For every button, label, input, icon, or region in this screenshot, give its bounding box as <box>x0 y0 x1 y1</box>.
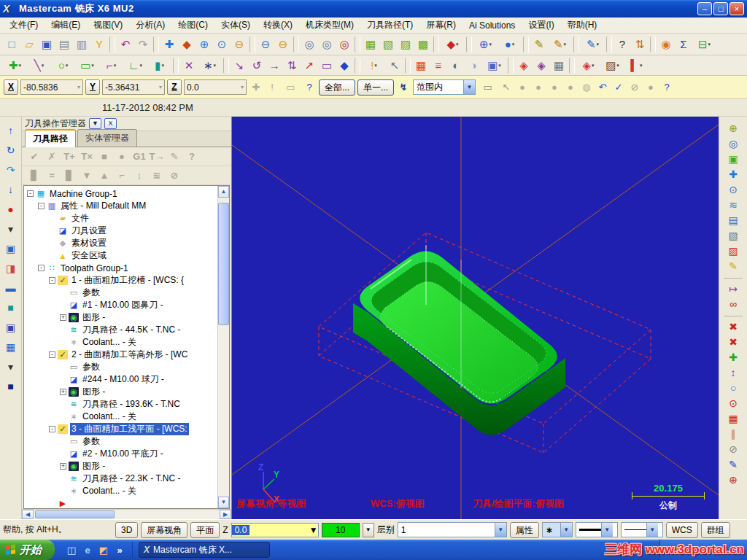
paste-view-icon[interactable]: ◈▾ <box>515 57 533 74</box>
gview-isometric-icon[interactable]: ⊕ <box>724 121 743 136</box>
z-coordinate-field[interactable]: 0.0▾ <box>184 79 247 95</box>
backplot-icon[interactable]: ■ <box>96 149 112 164</box>
tree-row[interactable]: + ◉ 图形 - <box>24 311 217 324</box>
x-coordinate-field[interactable]: -80.5836▾ <box>20 79 83 95</box>
ops-help-icon[interactable]: ? <box>184 149 200 164</box>
tree-row[interactable]: ▲ 安全区域 <box>24 249 217 262</box>
pause-icon[interactable]: ∥ <box>724 427 743 441</box>
menu-item[interactable]: 绘图(C) <box>171 18 214 33</box>
mru-box-blue-icon[interactable]: ▣ <box>3 319 19 335</box>
tree-row[interactable]: ∗ Coolant... - 关 <box>24 411 217 423</box>
point-style-combo[interactable]: ∗ ▼ <box>542 522 573 537</box>
start-button[interactable]: 开始 <box>0 540 55 560</box>
scroll-insert-icon[interactable]: ↕ <box>131 168 147 183</box>
delete-entity-icon[interactable]: ✖ <box>724 319 743 334</box>
menu-item[interactable]: 帮助(H) <box>561 18 604 33</box>
tree-expander[interactable]: - <box>38 265 44 271</box>
create-polyline-icon[interactable]: ∟▾ <box>123 57 147 74</box>
plane-button[interactable]: 平面 <box>190 522 220 538</box>
combo-arrow-icon[interactable]: ▼ <box>309 525 318 535</box>
menu-item[interactable]: 设置(I) <box>522 18 560 33</box>
pencil-blue-icon[interactable]: ✎ <box>724 457 743 472</box>
mru-redo-icon[interactable]: ↻ <box>3 142 19 158</box>
redo-icon[interactable]: ↷▾ <box>134 36 152 53</box>
verify-icon[interactable]: ● <box>114 149 130 164</box>
move-down-icon[interactable]: ▼ <box>79 168 95 183</box>
x-axis-button[interactable]: X <box>4 79 18 95</box>
panel-close-button[interactable]: X <box>104 118 117 129</box>
move-up-icon[interactable]: ▲ <box>96 168 112 183</box>
create-line-icon[interactable]: ╲▾ <box>27 57 51 74</box>
3d-toggle-button[interactable]: 3D <box>115 522 138 538</box>
lock-icon[interactable]: ▊ <box>26 168 42 183</box>
trim-icon[interactable]: ✕▾ <box>180 57 198 74</box>
regenerate-icon[interactable]: ◎▾ <box>318 36 336 53</box>
regen-selected-icon[interactable]: T+ <box>61 149 77 164</box>
solid-loft-icon[interactable]: ▩▾ <box>414 36 432 53</box>
z-axis-button[interactable]: Z <box>167 79 182 95</box>
shade-half-icon[interactable]: ◐▾ <box>447 57 465 74</box>
mru-down-icon[interactable]: ↓ <box>3 182 19 198</box>
sphere-icon[interactable]: ●▾ <box>498 36 522 53</box>
zoom-out-icon[interactable]: ⊖▾ <box>274 36 292 53</box>
attributes-button[interactable]: 属性 <box>510 522 539 538</box>
tree-row[interactable]: ≋ 刀具路径 - 22.3K - T.NC - <box>24 472 217 485</box>
fit-screen-icon[interactable]: ✚ <box>724 167 743 182</box>
tree-expander[interactable]: - <box>38 203 44 209</box>
scroll-down-icon[interactable]: ▼ <box>218 497 229 508</box>
sigma-icon[interactable]: Σ▾ <box>675 36 692 53</box>
pointer-icon[interactable]: ↖ <box>499 79 514 95</box>
select-solid-icon[interactable]: ● <box>515 79 530 95</box>
select-all-ops-icon[interactable]: ✔ <box>26 149 42 164</box>
y-coordinate-field[interactable]: -5.36431▾ <box>102 79 165 95</box>
regen-all-icon[interactable]: T× <box>79 149 95 164</box>
undo-icon[interactable]: ↶▾ <box>117 36 134 53</box>
zoom-window-icon[interactable]: ⊙▾ <box>213 36 231 53</box>
chain-icon[interactable]: ◉▾ <box>657 36 675 53</box>
repaint-icon[interactable]: ◎▾ <box>301 36 318 53</box>
shade-box-icon[interactable]: ▣▾ <box>482 57 506 74</box>
mru-half-icon[interactable]: ◨ <box>3 260 19 276</box>
tree-row[interactable]: ▭ 参数 <box>24 361 217 373</box>
feed-edit-icon[interactable]: ✎ <box>166 149 182 164</box>
tree-expander[interactable]: - <box>27 190 34 197</box>
post-g1-icon[interactable]: G1 <box>131 149 147 164</box>
extra-select-icon[interactable]: ● <box>643 79 658 95</box>
maximize-button[interactable]: □ <box>713 2 728 15</box>
toolpath-blank-icon[interactable]: ≈ <box>44 168 60 183</box>
tree-expander[interactable]: - <box>49 426 55 432</box>
xform-translate-icon[interactable]: ↘▾ <box>231 57 248 74</box>
create-cylinder-icon[interactable]: ▮▾ <box>147 57 171 74</box>
add-entity-icon[interactable]: ✚ <box>724 350 743 365</box>
undo-select-icon[interactable]: ↶ <box>595 79 610 95</box>
create-fillet-icon[interactable]: ⌐▾ <box>99 57 123 74</box>
taskbar-task-button[interactable]: X Mastercam 铣床 X... <box>139 542 270 558</box>
xform-scale-icon[interactable]: ↗▾ <box>301 57 318 74</box>
analyze-view-icon[interactable]: ◎ <box>724 136 743 151</box>
print-preview-icon[interactable]: ▥▾ <box>73 36 90 53</box>
gview-cube-icon[interactable]: ◆▾ <box>441 36 465 53</box>
menu-item[interactable]: 转换(X) <box>257 18 299 33</box>
solid-extrude-icon[interactable]: ▦▾ <box>362 36 379 53</box>
target-blue-icon[interactable]: ⊙ <box>724 396 743 411</box>
dynamic-rotate-icon[interactable]: ◆▾ <box>178 36 196 53</box>
tree-row[interactable]: ▰ 文件 <box>24 212 217 225</box>
selection-arrow-icon[interactable]: ↖▾ <box>386 57 403 74</box>
xform-mirror-icon[interactable]: →▾ <box>266 57 283 74</box>
tree-row[interactable]: - ✓ 2 - 曲面精加工等高外形 - [WC <box>24 349 217 361</box>
unselect-all-ops-icon[interactable]: ✗ <box>44 149 60 164</box>
screen-view-button[interactable]: 屏幕视角 <box>141 522 187 538</box>
pencils-icon[interactable]: ✎▾ <box>548 36 572 53</box>
gview-select-icon[interactable]: ◈▾ <box>576 57 600 74</box>
tree-row[interactable]: ◪ #2 - M10.00 平底刀 - <box>24 448 217 460</box>
minimize-button[interactable]: – <box>697 2 712 15</box>
chevron-icon[interactable]: » <box>113 543 126 556</box>
scroll-left-icon[interactable]: ◀ <box>22 510 34 519</box>
autocursor-help-icon[interactable]: ? <box>302 79 317 95</box>
menu-item[interactable]: 屏幕(R) <box>419 18 462 33</box>
tree-row[interactable]: ≋ 刀具路径 - 44.5K - T.NC - <box>24 324 217 336</box>
tree-horizontal-scrollbar[interactable]: ◀ ▶ <box>22 509 231 519</box>
mru-point-icon[interactable]: ● <box>3 201 19 217</box>
zoom-minus-icon[interactable]: ⊖▾ <box>231 36 248 53</box>
scrollbar-thumb[interactable] <box>35 510 115 518</box>
